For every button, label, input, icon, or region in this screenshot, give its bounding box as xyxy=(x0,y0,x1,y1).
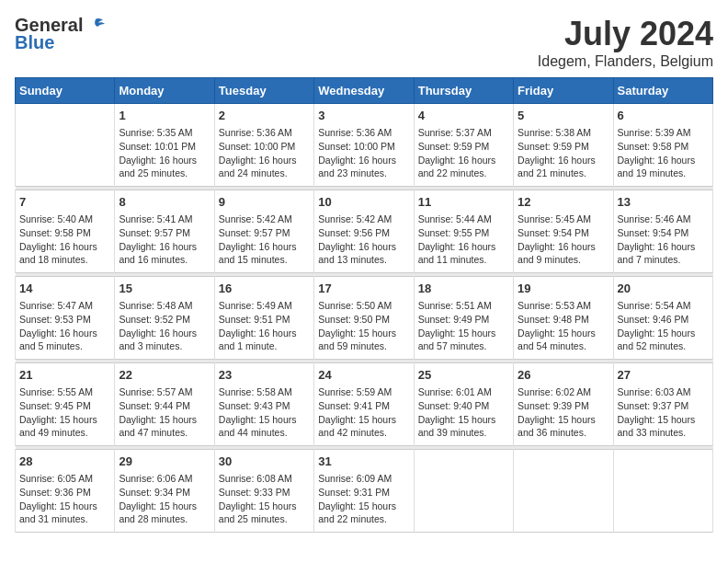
day-number: 28 xyxy=(19,454,110,470)
calendar-cell: 14Sunrise: 5:47 AMSunset: 9:53 PMDayligh… xyxy=(16,277,115,360)
week-row-1: 1Sunrise: 5:35 AMSunset: 10:01 PMDayligh… xyxy=(16,104,713,187)
sunset-text: Sunset: 9:33 PM xyxy=(219,487,290,498)
month-title: July 2024 xyxy=(538,15,713,53)
daylight-text: Daylight: 15 hours and 33 minutes. xyxy=(618,414,696,439)
daylight-text: Daylight: 16 hours and 1 minute. xyxy=(219,327,297,352)
daylight-text: Daylight: 16 hours and 21 minutes. xyxy=(518,155,596,179)
sunset-text: Sunset: 9:34 PM xyxy=(119,487,190,498)
sunset-text: Sunset: 9:58 PM xyxy=(618,141,689,152)
day-number: 16 xyxy=(219,281,310,297)
sunset-text: Sunset: 9:56 PM xyxy=(318,227,390,238)
week-row-4: 21Sunrise: 5:55 AMSunset: 9:45 PMDayligh… xyxy=(16,363,713,446)
day-number: 24 xyxy=(318,367,409,384)
calendar-cell: 28Sunrise: 6:05 AMSunset: 9:36 PMDayligh… xyxy=(16,450,115,533)
daylight-text: Daylight: 16 hours and 25 minutes. xyxy=(119,155,197,179)
calendar-table: SundayMondayTuesdayWednesdayThursdayFrid… xyxy=(15,77,713,533)
sunrise-text: Sunrise: 5:50 AM xyxy=(318,300,392,311)
day-number: 18 xyxy=(418,281,509,297)
calendar-cell xyxy=(16,104,115,187)
sunset-text: Sunset: 9:59 PM xyxy=(518,141,589,152)
location-title: Idegem, Flanders, Belgium xyxy=(538,53,713,70)
daylight-text: Daylight: 15 hours and 59 minutes. xyxy=(318,327,396,352)
day-number: 10 xyxy=(318,194,409,211)
sunset-text: Sunset: 9:40 PM xyxy=(418,400,490,411)
sunrise-text: Sunrise: 5:42 AM xyxy=(219,213,292,224)
calendar-cell: 30Sunrise: 6:08 AMSunset: 9:33 PMDayligh… xyxy=(214,450,313,533)
calendar-cell: 2Sunrise: 5:36 AMSunset: 10:00 PMDayligh… xyxy=(214,104,313,187)
sunrise-text: Sunrise: 5:38 AM xyxy=(518,127,591,138)
calendar-cell: 17Sunrise: 5:50 AMSunset: 9:50 PMDayligh… xyxy=(314,277,414,360)
daylight-text: Daylight: 16 hours and 22 minutes. xyxy=(418,155,496,179)
calendar-cell: 27Sunrise: 6:03 AMSunset: 9:37 PMDayligh… xyxy=(613,363,712,446)
sunrise-text: Sunrise: 5:36 AM xyxy=(219,127,292,138)
calendar-cell: 8Sunrise: 5:41 AMSunset: 9:57 PMDaylight… xyxy=(115,190,214,273)
sunrise-text: Sunrise: 5:39 AM xyxy=(618,127,691,138)
calendar-cell: 10Sunrise: 5:42 AMSunset: 9:56 PMDayligh… xyxy=(314,190,414,273)
sunrise-text: Sunrise: 5:59 AM xyxy=(318,386,392,397)
header-day-thursday: Thursday xyxy=(414,78,513,104)
calendar-cell: 13Sunrise: 5:46 AMSunset: 9:54 PMDayligh… xyxy=(613,190,712,273)
calendar-cell: 29Sunrise: 6:06 AMSunset: 9:34 PMDayligh… xyxy=(115,450,214,533)
daylight-text: Daylight: 15 hours and 42 minutes. xyxy=(318,414,396,439)
sunset-text: Sunset: 9:46 PM xyxy=(618,314,689,325)
calendar-cell: 31Sunrise: 6:09 AMSunset: 9:31 PMDayligh… xyxy=(314,450,414,533)
sunset-text: Sunset: 9:58 PM xyxy=(19,227,91,238)
sunrise-text: Sunrise: 5:35 AM xyxy=(119,127,192,138)
sunset-text: Sunset: 10:01 PM xyxy=(119,141,195,152)
daylight-text: Daylight: 15 hours and 28 minutes. xyxy=(119,500,197,525)
day-number: 22 xyxy=(119,367,210,384)
sunrise-text: Sunrise: 6:09 AM xyxy=(318,473,392,484)
sunset-text: Sunset: 9:49 PM xyxy=(418,314,490,325)
daylight-text: Daylight: 15 hours and 36 minutes. xyxy=(518,414,596,439)
day-number: 23 xyxy=(219,367,310,384)
calendar-cell: 15Sunrise: 5:48 AMSunset: 9:52 PMDayligh… xyxy=(115,277,214,360)
week-row-5: 28Sunrise: 6:05 AMSunset: 9:36 PMDayligh… xyxy=(16,450,713,533)
sunrise-text: Sunrise: 5:46 AM xyxy=(618,213,691,224)
sunrise-text: Sunrise: 6:08 AM xyxy=(219,473,292,484)
sunset-text: Sunset: 9:48 PM xyxy=(518,314,589,325)
daylight-text: Daylight: 16 hours and 18 minutes. xyxy=(19,241,97,266)
calendar-cell: 7Sunrise: 5:40 AMSunset: 9:58 PMDaylight… xyxy=(16,190,115,273)
day-number: 11 xyxy=(418,194,509,211)
daylight-text: Daylight: 15 hours and 44 minutes. xyxy=(219,414,297,439)
daylight-text: Daylight: 15 hours and 49 minutes. xyxy=(19,414,97,439)
day-number: 6 xyxy=(618,108,709,124)
sunset-text: Sunset: 9:59 PM xyxy=(418,141,490,152)
sunrise-text: Sunrise: 6:01 AM xyxy=(418,386,492,397)
sunrise-text: Sunrise: 5:49 AM xyxy=(219,300,292,311)
sunset-text: Sunset: 9:50 PM xyxy=(318,314,390,325)
sunrise-text: Sunrise: 5:44 AM xyxy=(418,213,492,224)
daylight-text: Daylight: 16 hours and 11 minutes. xyxy=(418,241,496,266)
daylight-text: Daylight: 16 hours and 9 minutes. xyxy=(518,241,596,266)
sunset-text: Sunset: 10:00 PM xyxy=(318,141,394,152)
sunset-text: Sunset: 9:54 PM xyxy=(618,227,689,238)
sunrise-text: Sunrise: 5:42 AM xyxy=(318,213,392,224)
day-number: 13 xyxy=(618,194,709,211)
day-number: 15 xyxy=(119,281,210,297)
daylight-text: Daylight: 16 hours and 3 minutes. xyxy=(119,327,197,352)
sunrise-text: Sunrise: 5:55 AM xyxy=(19,386,93,397)
sunset-text: Sunset: 9:37 PM xyxy=(618,400,689,411)
sunrise-text: Sunrise: 6:06 AM xyxy=(119,473,192,484)
daylight-text: Daylight: 16 hours and 24 minutes. xyxy=(219,155,297,179)
header-day-monday: Monday xyxy=(115,78,214,104)
day-number: 21 xyxy=(19,367,110,384)
calendar-cell: 22Sunrise: 5:57 AMSunset: 9:44 PMDayligh… xyxy=(115,363,214,446)
day-number: 20 xyxy=(618,281,709,297)
day-number: 31 xyxy=(318,454,409,470)
calendar-cell: 3Sunrise: 5:36 AMSunset: 10:00 PMDayligh… xyxy=(314,104,414,187)
sunset-text: Sunset: 9:54 PM xyxy=(518,227,589,238)
sunset-text: Sunset: 9:57 PM xyxy=(219,227,290,238)
daylight-text: Daylight: 15 hours and 54 minutes. xyxy=(518,327,596,352)
calendar-cell: 21Sunrise: 5:55 AMSunset: 9:45 PMDayligh… xyxy=(16,363,115,446)
day-number: 26 xyxy=(518,367,609,384)
day-number: 2 xyxy=(219,108,310,124)
calendar-cell: 23Sunrise: 5:58 AMSunset: 9:43 PMDayligh… xyxy=(214,363,313,446)
sunrise-text: Sunrise: 6:02 AM xyxy=(518,386,591,397)
header-day-tuesday: Tuesday xyxy=(214,78,313,104)
calendar-cell: 6Sunrise: 5:39 AMSunset: 9:58 PMDaylight… xyxy=(613,104,712,187)
sunset-text: Sunset: 10:00 PM xyxy=(219,141,295,152)
sunset-text: Sunset: 9:44 PM xyxy=(119,400,190,411)
day-number: 30 xyxy=(219,454,310,470)
calendar-cell: 16Sunrise: 5:49 AMSunset: 9:51 PMDayligh… xyxy=(214,277,313,360)
